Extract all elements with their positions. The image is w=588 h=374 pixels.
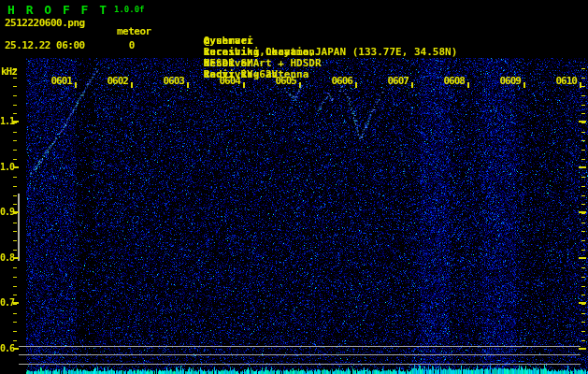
freq-axis-label: 0.7: [0, 297, 14, 308]
freq-axis-label: 0.8: [0, 252, 14, 263]
info-value: Radix RY-62V: [204, 69, 278, 80]
time-axis-label: 0605: [274, 75, 296, 87]
meteor-counter-value: 0: [125, 39, 138, 51]
observer-info-block: Ovserver:@yuhmari Receiving Location:kur…: [166, 2, 192, 69]
time-axis-label: 0608: [442, 75, 465, 87]
freq-axis-label: 1.0: [0, 162, 14, 172]
time-axis-label: 0610: [554, 75, 577, 87]
hrofft-window: H R O F F T 1.0.0f 2512220600.png meteor…: [0, 0, 588, 374]
time-axis-label: 0602: [106, 75, 128, 87]
time-axis-label: 0604: [218, 75, 240, 87]
time-axis-label: 0607: [386, 75, 409, 87]
app-title: H R O F F T: [7, 3, 108, 17]
time-axis-label: 0603: [162, 75, 184, 87]
app-version: 1.0.0f: [114, 5, 145, 14]
time-axis-label: 0601: [50, 75, 72, 87]
freq-axis-unit: kHz: [1, 65, 17, 78]
observation-datetime: 25.12.22 06:00: [5, 39, 85, 51]
freq-axis-label: 0.6: [0, 343, 14, 353]
freq-axis-label: 1.1: [0, 116, 14, 126]
time-axis-label: 0609: [498, 75, 521, 87]
time-axis-label: 0606: [330, 75, 352, 87]
output-filename: 2512220600.png: [5, 17, 85, 29]
freq-axis-label: 0.9: [0, 207, 14, 217]
meteor-counter-label: meteor: [117, 25, 151, 37]
